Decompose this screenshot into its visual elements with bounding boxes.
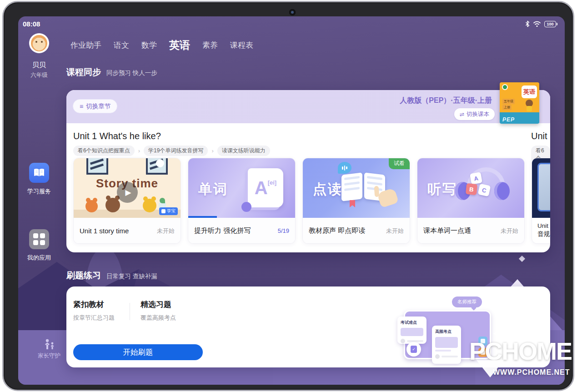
bookmark-icon — [350, 200, 355, 207]
clipboard-badge: ✓ — [406, 342, 421, 357]
window-illustration — [86, 158, 108, 175]
lesson-card-dictation[interactable]: 听写 A B C 课本单词一点通 未开始 — [417, 158, 525, 244]
tab-math[interactable]: 数学 — [141, 40, 157, 50]
unit-tag: 读课文练听说能力 — [217, 146, 270, 156]
cover-character — [526, 100, 533, 107]
cover-brand: PEP — [502, 116, 515, 123]
words-title: 单词 — [198, 180, 228, 199]
course-sync-card: ≡ 切换章节 人教版（PEP）·五年级·上册 ⇌ 切换课本 Unit 1 Wha… — [66, 90, 550, 252]
xuebao-logo-icon — [161, 209, 166, 213]
play-icon: ▶ — [125, 188, 131, 197]
sidebar-item-learning-services[interactable] — [29, 163, 49, 183]
cover-grade: 五年级 — [502, 99, 515, 104]
point-reader-title: 点读 — [313, 180, 343, 199]
lesson-progress: 5/19 — [278, 227, 289, 234]
cover-volume: 上册 — [502, 105, 512, 110]
cover-subject: 英语 — [522, 85, 537, 98]
clock: 08:08 — [23, 20, 40, 28]
screen: 08:08 100 贝贝 六年级 — [18, 16, 565, 385]
front-camera — [289, 9, 296, 15]
battery-icon: 100 — [544, 21, 557, 27]
divider — [130, 303, 130, 320]
pchome-logo-icon — [477, 360, 504, 377]
trial-badge: 试看 — [389, 158, 410, 169]
letter-block: C — [478, 184, 491, 196]
status-icons: 100 — [525, 20, 557, 27]
point-reader-thumbnail: 试看 点读 — [303, 158, 410, 218]
lesson-card-point-reader[interactable]: 试看 点读 教材原声 即点即读 未 — [302, 158, 410, 244]
sidebar-label-learning-services: 学习服务 — [19, 187, 59, 196]
chevron-right-icon: › — [138, 147, 140, 154]
swap-icon: ⇌ — [460, 111, 464, 118]
sidebar-label-parental-guard: 家长守护 — [27, 352, 71, 360]
letter-block: A — [470, 172, 482, 185]
course-card-header: ≡ 切换章节 人教版（PEP）·五年级·上册 ⇌ 切换课本 — [66, 90, 550, 123]
switch-textbook-button[interactable]: ⇌ 切换课本 — [454, 108, 495, 120]
lesson-status: 未开始 — [501, 227, 518, 235]
tiger-illustration — [143, 199, 156, 212]
xuebao-brand-badge: 学宝 — [159, 207, 178, 215]
dictionary-icon: A [ei] — [248, 168, 283, 207]
start-practice-button[interactable]: 开始刷题 — [73, 344, 203, 360]
story-time-thumbnail: Story time ▶ 学宝 — [74, 158, 181, 218]
lesson-caption-line: Unit — [537, 222, 550, 230]
lesson-caption: 提升听力 强化拼写 — [194, 226, 251, 235]
textbook-edition-label: 人教版（PEP）·五年级·上册 — [400, 96, 492, 106]
lesson-card-words[interactable]: 单词 A [ei] 提升听力 强化拼写 5/19 — [188, 158, 296, 244]
section-subtitle: 日常复习 查缺补漏 — [106, 272, 157, 281]
grid-icon — [33, 233, 45, 245]
next-unit-title: Unit — [531, 131, 547, 141]
course-sync-header: 课程同步 同步预习 快人一步 — [66, 66, 157, 78]
letter-block: B — [466, 183, 477, 195]
section-title: 课程同步 — [66, 66, 101, 78]
publisher-logo-icon — [502, 84, 508, 90]
exam-difficulty-card: 考试难点 — [397, 317, 426, 344]
tab-chinese[interactable]: 语文 — [114, 40, 129, 50]
textbook-cover[interactable]: 英语 五年级 上册 PEP — [500, 82, 539, 124]
sidebar-label-my-apps: 我的应用 — [19, 254, 59, 262]
open-book-icon — [33, 168, 45, 177]
speech-bubble-icon — [338, 162, 351, 174]
unit-tag: 看6个知识点把握重点 — [73, 146, 135, 156]
unit-tags: 看6个知识点把握重点 › 学19个单词练发音拼写 › 读课文练听说能力 — [73, 146, 270, 156]
practice-header: 刷题练习 日常复习 查缺补漏 — [66, 270, 157, 281]
list-icon: ≡ — [80, 103, 83, 110]
sidebar-item-parental-guard[interactable]: 家长守护 — [27, 338, 71, 360]
feature-textbook: 紧扣教材 按章节汇总习题 — [73, 299, 115, 322]
feature-exercises: 精选习题 覆盖高频考点 — [140, 299, 176, 322]
section-subtitle: 同步预习 快人一步 — [106, 69, 157, 77]
lesson-caption: 课本单词一点通 — [423, 226, 471, 235]
subject-nav: 作业助手 语文 数学 英语 素养 课程表 — [70, 38, 253, 52]
switch-chapter-button[interactable]: ≡ 切换章节 — [73, 99, 117, 113]
tab-english[interactable]: 英语 — [169, 38, 190, 52]
sidebar-item-my-apps[interactable] — [29, 229, 49, 249]
bluetooth-icon — [525, 20, 530, 27]
battery-level: 100 — [544, 21, 556, 27]
watermark-url: WWW.PCHOME.NET — [493, 368, 572, 377]
chevron-right-icon: › — [211, 147, 213, 154]
window-illustration — [146, 158, 168, 175]
lesson-caption: 教材原声 即点即读 — [309, 226, 365, 235]
squirrel-illustration — [85, 200, 98, 212]
frequent-points-card: 高频考点 — [432, 326, 461, 364]
check-icon: ✓ — [411, 346, 417, 353]
avatar[interactable] — [29, 33, 49, 53]
teacher-recommend-bubble: 名师推荐 — [452, 297, 482, 307]
lesson-card-next-unit[interactable]: Unit 音规 — [532, 158, 550, 244]
dictation-title: 听写 — [427, 180, 457, 199]
words-thumbnail: 单词 A [ei] — [188, 158, 295, 218]
cat-illustration — [156, 159, 164, 167]
wifi-icon — [533, 21, 541, 27]
lesson-caption-line: 音规 — [537, 230, 550, 238]
lesson-card-story-time[interactable]: Story time ▶ 学宝 — [73, 158, 181, 244]
dictation-thumbnail: 听写 A B C — [417, 158, 524, 218]
progress-bar — [188, 216, 217, 218]
profile-grade: 六年级 — [19, 71, 59, 79]
page: 08:08 100 贝贝 六年级 — [0, 0, 577, 392]
tab-schedule[interactable]: 课程表 — [230, 40, 253, 50]
tab-homework-helper[interactable]: 作业助手 — [70, 40, 101, 50]
tab-literacy[interactable]: 素养 — [202, 40, 218, 50]
play-button[interactable]: ▶ — [117, 182, 138, 203]
lion-avatar-icon — [31, 35, 47, 51]
lesson-status: 未开始 — [157, 227, 175, 235]
